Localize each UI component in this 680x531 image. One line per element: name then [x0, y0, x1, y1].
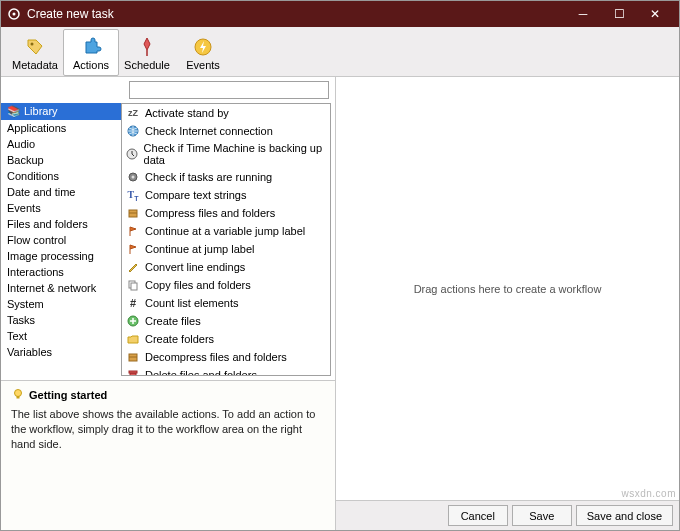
help-text: The list above shows the available actio… [11, 407, 325, 452]
action-label: Copy files and folders [145, 279, 251, 291]
action-label: Check if Time Machine is backing up data [144, 142, 326, 166]
category-item[interactable]: Text [1, 328, 121, 344]
action-item[interactable]: Delete files and folders [122, 366, 330, 376]
action-label: Continue at jump label [145, 243, 254, 255]
category-item[interactable]: Files and folders [1, 216, 121, 232]
zz-icon: zZ [126, 106, 140, 120]
box-icon [126, 350, 140, 364]
flag-icon [126, 224, 140, 238]
app-icon [7, 7, 21, 21]
workflow-drop-area[interactable]: Drag actions here to create a workflow [336, 77, 679, 500]
tab-label: Actions [73, 59, 109, 71]
category-item[interactable]: Events [1, 200, 121, 216]
category-item[interactable]: Tasks [1, 312, 121, 328]
tab-schedule[interactable]: Schedule [119, 29, 175, 76]
plus-icon [126, 314, 140, 328]
box-icon [126, 206, 140, 220]
action-item[interactable]: #Count list elements [122, 294, 330, 312]
category-item[interactable]: Backup [1, 152, 121, 168]
flag-icon [126, 242, 140, 256]
category-item[interactable]: 📚Library [1, 103, 121, 120]
action-label: Check Internet connection [145, 125, 273, 137]
actions-pane: 📚LibraryApplicationsAudioBackupCondition… [1, 77, 336, 530]
action-item[interactable]: TTCompare text strings [122, 186, 330, 204]
category-item[interactable]: Applications [1, 120, 121, 136]
minimize-button[interactable]: ─ [565, 1, 601, 27]
help-panel: Getting started The list above shows the… [1, 380, 335, 530]
action-label: Delete files and folders [145, 369, 257, 376]
close-button[interactable]: ✕ [637, 1, 673, 27]
dialog-footer: Cancel Save Save and close [336, 500, 679, 530]
action-item[interactable]: Check if Time Machine is backing up data [122, 140, 330, 168]
tab-label: Events [186, 59, 220, 71]
tab-actions[interactable]: Actions [63, 29, 119, 76]
pin-icon [136, 36, 158, 58]
category-item[interactable]: Interactions [1, 264, 121, 280]
category-item[interactable]: System [1, 296, 121, 312]
folder-icon [126, 332, 140, 346]
cancel-button[interactable]: Cancel [448, 505, 508, 526]
action-label: Continue at a variable jump label [145, 225, 305, 237]
category-item[interactable]: Conditions [1, 168, 121, 184]
action-label: Convert line endings [145, 261, 245, 273]
search-input[interactable] [129, 81, 329, 99]
trash-icon [126, 368, 140, 376]
action-label: Compare text strings [145, 189, 246, 201]
globe-icon [126, 124, 140, 138]
svg-rect-21 [17, 396, 20, 399]
svg-rect-14 [131, 283, 137, 290]
save-button[interactable]: Save [512, 505, 572, 526]
action-label: Create folders [145, 333, 214, 345]
action-item[interactable]: Create folders [122, 330, 330, 348]
action-label: Activate stand by [145, 107, 229, 119]
bulb-icon [11, 387, 25, 403]
category-item[interactable]: Audio [1, 136, 121, 152]
tag-icon [24, 36, 46, 58]
puzzle-icon [80, 36, 102, 58]
action-item[interactable]: Continue at a variable jump label [122, 222, 330, 240]
gear-icon [126, 170, 140, 184]
hash-icon: # [126, 296, 140, 310]
tab-label: Metadata [12, 59, 58, 71]
svg-point-1 [13, 13, 16, 16]
action-item[interactable]: Check Internet connection [122, 122, 330, 140]
svg-point-10 [132, 176, 135, 179]
category-item[interactable]: Variables [1, 344, 121, 360]
copy-icon [126, 278, 140, 292]
action-item[interactable]: Create files [122, 312, 330, 330]
action-item[interactable]: Continue at jump label [122, 240, 330, 258]
svg-point-20 [15, 390, 22, 397]
tab-events[interactable]: Events [175, 29, 231, 76]
save-close-button[interactable]: Save and close [576, 505, 673, 526]
category-item[interactable]: Flow control [1, 232, 121, 248]
category-item[interactable]: Date and time [1, 184, 121, 200]
category-item[interactable]: Image processing [1, 248, 121, 264]
titlebar: Create new task ─ ☐ ✕ [1, 1, 679, 27]
library-icon: 📚 [7, 105, 21, 117]
category-item[interactable]: Internet & network [1, 280, 121, 296]
action-item[interactable]: zZActivate stand by [122, 104, 330, 122]
action-label: Compress files and folders [145, 207, 275, 219]
action-list[interactable]: zZActivate stand byCheck Internet connec… [121, 103, 331, 376]
clock-icon [126, 147, 139, 161]
action-item[interactable]: Decompress files and folders [122, 348, 330, 366]
main-area: 📚LibraryApplicationsAudioBackupCondition… [1, 77, 679, 530]
tab-label: Schedule [124, 59, 170, 71]
action-item[interactable]: Convert line endings [122, 258, 330, 276]
action-item[interactable]: Copy files and folders [122, 276, 330, 294]
maximize-button[interactable]: ☐ [601, 1, 637, 27]
workflow-pane: Drag actions here to create a workflow C… [336, 77, 679, 530]
workflow-placeholder: Drag actions here to create a workflow [414, 283, 602, 295]
action-label: Create files [145, 315, 201, 327]
action-item[interactable]: Compress files and folders [122, 204, 330, 222]
bolt-icon [192, 36, 214, 58]
category-list[interactable]: 📚LibraryApplicationsAudioBackupCondition… [1, 103, 121, 380]
watermark: wsxdn.com [621, 488, 676, 499]
tab-metadata[interactable]: Metadata [7, 29, 63, 76]
action-item[interactable]: Check if tasks are running [122, 168, 330, 186]
svg-point-2 [31, 43, 34, 46]
svg-rect-19 [129, 371, 137, 373]
window-title: Create new task [27, 7, 565, 21]
action-label: Count list elements [145, 297, 239, 309]
help-title: Getting started [29, 389, 107, 401]
